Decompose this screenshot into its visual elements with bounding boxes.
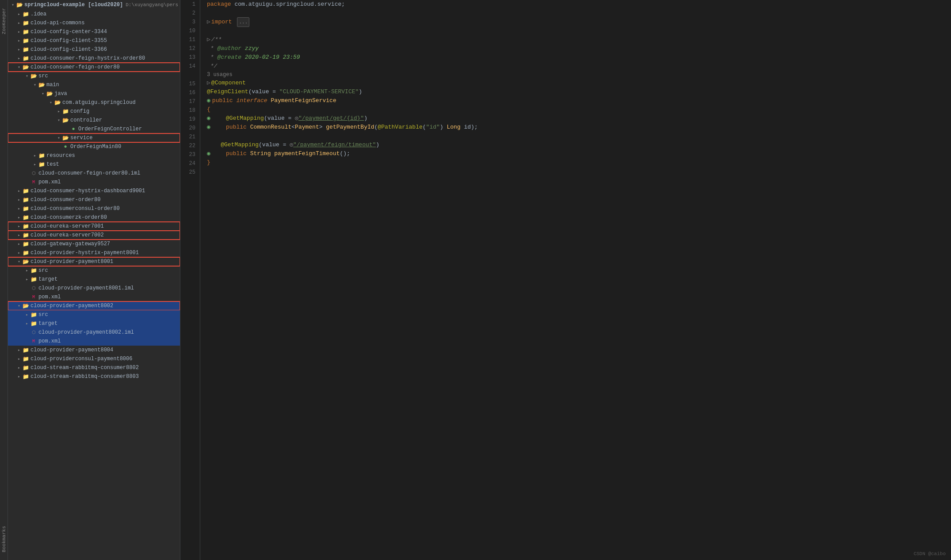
pom-8002-label: pom.xml — [38, 338, 61, 344]
tree-item-test[interactable]: test — [8, 160, 180, 169]
test-chevron — [32, 161, 38, 168]
tree-item-stream-8803[interactable]: cloud-stream-rabbitmq-consumer8803 — [8, 372, 180, 381]
tree-item-config-center[interactable]: cloud-config-center-3344 — [8, 27, 180, 36]
import-fold[interactable]: ... — [237, 17, 249, 27]
tree-item-providerconsul[interactable]: cloud-providerconsul-payment8006 — [8, 354, 180, 363]
gutter-eye-2[interactable]: ◎ — [290, 141, 293, 149]
fold-15[interactable]: ▷ — [207, 79, 210, 88]
kw-interface: interface — [236, 96, 271, 105]
gutter-method-20: ◉ — [207, 123, 210, 132]
iml-8002-icon — [30, 329, 37, 336]
code-area: 1 2 3 10 11 12 13 14 15 16 17 18 19 20 2… — [180, 0, 951, 560]
tree-item-consumerconsul[interactable]: cloud-consumerconsul-order80 — [8, 204, 180, 213]
test-icon — [38, 161, 45, 168]
zookeeper-tab[interactable]: ZooKeeper — [0, 4, 8, 38]
ln-13: 13 — [185, 53, 195, 62]
code-line-22: @GetMapping(value = ◎"/payment/feign/tim… — [207, 141, 951, 149]
kw-public-23: public — [226, 149, 250, 158]
bookmarks-tab[interactable]: Bookmarks — [0, 522, 8, 556]
tree-item-feign-hystrix[interactable]: cloud-consumer-feign-hystrix-order80 — [8, 54, 180, 63]
tree-item-config[interactable]: config — [8, 107, 180, 116]
tree-item-java[interactable]: java — [8, 89, 180, 98]
feign-pom-icon — [30, 179, 37, 186]
test-label: test — [46, 161, 59, 168]
tree-item-api-commons[interactable]: cloud-api-commons — [8, 19, 180, 27]
code-line-11: ▷ /** — [207, 35, 951, 44]
stream-8802-chevron — [16, 365, 22, 371]
tree-item-provider-8004[interactable]: cloud-provider-payment8004 — [8, 346, 180, 354]
provider-8004-icon — [22, 347, 29, 354]
consumerzk-chevron — [16, 214, 22, 221]
tree-item-provider-hystrix[interactable]: cloud-provider-hystrix-payment8001 — [8, 248, 180, 257]
feign-close: ) — [359, 88, 362, 96]
consumer-order80-label: cloud-consumer-order80 — [31, 197, 100, 203]
tree-item-stream-8802[interactable]: cloud-stream-rabbitmq-consumer8802 — [8, 363, 180, 372]
tree-item-package[interactable]: com.atguigu.springcloud — [8, 98, 180, 107]
tree-item-src[interactable]: src — [8, 72, 180, 80]
tree-item-consumerzk[interactable]: cloud-consumerzk-order80 — [8, 213, 180, 222]
iml-8002-label: cloud-provider-payment8002.iml — [38, 329, 134, 335]
target-8002-label: target — [38, 320, 57, 327]
tree-item-consumer-order80[interactable]: cloud-consumer-order80 — [8, 195, 180, 204]
config-3355-chevron — [16, 38, 22, 44]
feign-pom-label: pom.xml — [38, 179, 61, 185]
tree-root[interactable]: springcloud-example [cloud2020] D:\xuyan… — [8, 0, 180, 10]
gutter-eye[interactable]: ◎ — [295, 114, 298, 123]
provider-hystrix-label: cloud-provider-hystrix-payment8001 — [31, 250, 139, 256]
tree-item-hystrix-dash[interactable]: cloud-consumer-hystrix-dashboard9001 — [8, 187, 180, 195]
tree-item-pom-8002[interactable]: pom.xml — [8, 337, 180, 346]
resources-label: resources — [46, 152, 75, 159]
eureka-7002-icon — [22, 232, 29, 239]
tree-item-target-8001[interactable]: target — [8, 275, 180, 284]
tree-item-iml-8002[interactable]: cloud-provider-payment8002.iml — [8, 328, 180, 337]
tree-item-main[interactable]: main — [8, 80, 180, 89]
fold-bracket[interactable]: ▷ — [207, 18, 210, 27]
tree-item-feign-pom[interactable]: pom.xml — [8, 178, 180, 187]
tree-item-iml-8001[interactable]: cloud-provider-payment8001.iml — [8, 284, 180, 293]
config-chevron — [56, 108, 62, 114]
tree-item-order-ctrl[interactable]: OrderFeignController — [8, 125, 180, 133]
tag-author: @author — [217, 44, 241, 53]
tree-item-eureka-7002[interactable]: cloud-eureka-server7002 — [8, 231, 180, 240]
tree-item-src-8001[interactable]: src — [8, 266, 180, 275]
code-content[interactable]: package com.atguigu.springcloud.service;… — [200, 0, 951, 560]
type-long: Long — [447, 123, 460, 132]
tree-item-controller[interactable]: controller — [8, 116, 180, 125]
tree-item-src-8002[interactable]: src — [8, 310, 180, 319]
ln-21: 21 — [185, 133, 195, 141]
tree-item-config-3366[interactable]: cloud-config-client-3366 — [8, 45, 180, 54]
ann-getmapping-2: @GetMapping — [221, 141, 259, 149]
ln-3: 3 — [185, 18, 195, 27]
tree-item-eureka-7001[interactable]: cloud-eureka-server7001 — [8, 222, 180, 231]
tree-item-target-8002[interactable]: target — [8, 319, 180, 328]
consumerconsul-label: cloud-consumerconsul-order80 — [31, 206, 120, 212]
tree-item-feign-order80[interactable]: cloud-consumer-feign-order80 — [8, 63, 180, 72]
tree-item-idea[interactable]: .idea — [8, 10, 180, 19]
tree-item-provider-8002[interactable]: cloud-provider-payment8002 — [8, 301, 180, 310]
config-label: config — [70, 108, 89, 114]
ln-19: 19 — [185, 115, 195, 124]
indent-19 — [212, 114, 226, 123]
root-folder-icon — [16, 1, 23, 8]
tree-item-provider-8001[interactable]: cloud-provider-payment8001 — [8, 257, 180, 266]
ln-10: 10 — [185, 27, 195, 35]
config-folder-icon — [62, 108, 69, 115]
tree-item-gateway[interactable]: cloud-gateway-gateway9527 — [8, 240, 180, 248]
tree-item-config-3355[interactable]: cloud-config-client-3355 — [8, 36, 180, 45]
code-line-12: * @author zzyy — [207, 44, 951, 53]
fold-javadoc[interactable]: ▷ — [207, 35, 210, 44]
tree-item-feign-iml[interactable]: cloud-consumer-feign-order80.iml — [8, 169, 180, 178]
main-chevron — [32, 82, 38, 88]
gm2-eq: = — [279, 141, 290, 149]
provider-8001-chevron — [16, 259, 22, 265]
tree-item-feign-main[interactable]: OrderFeignMain80 — [8, 142, 180, 151]
code-line-10 — [207, 27, 951, 35]
tree-item-service[interactable]: service — [8, 133, 180, 142]
controller-icon — [62, 117, 69, 124]
code-line-24: } — [207, 158, 951, 167]
ln-blank — [185, 71, 195, 80]
ln-20: 20 — [185, 124, 195, 133]
code-line-17: ◉ public interface PaymentFeignService — [207, 96, 951, 105]
tree-item-pom-8001[interactable]: pom.xml — [8, 293, 180, 301]
tree-item-resources[interactable]: resources — [8, 151, 180, 160]
